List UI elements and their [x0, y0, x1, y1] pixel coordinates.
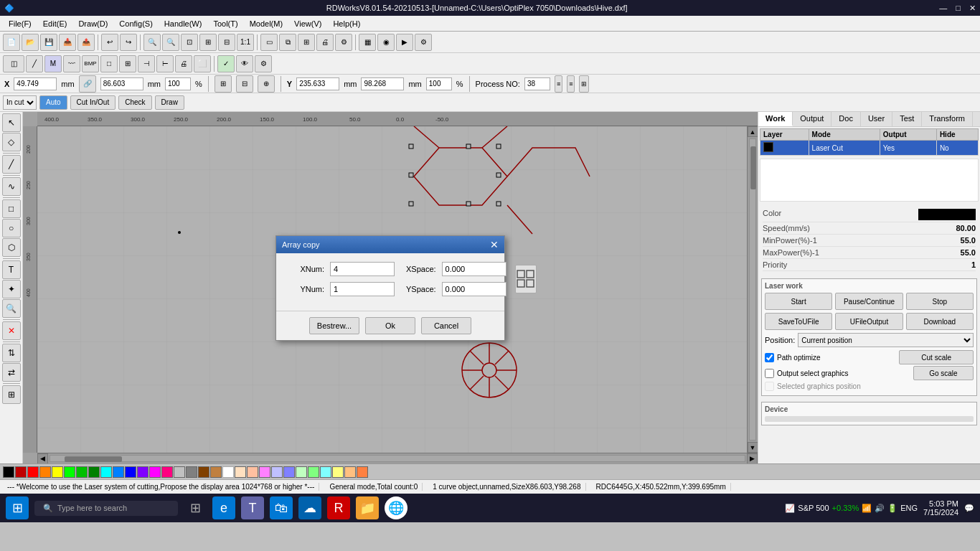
pal-gray[interactable] — [186, 466, 197, 478]
tb2-align1[interactable]: ⊣ — [138, 55, 155, 72]
pal-silver[interactable] — [174, 466, 185, 478]
xnum-input[interactable] — [330, 262, 395, 276]
pal-lime[interactable] — [64, 466, 75, 478]
width-input[interactable] — [100, 77, 143, 90]
pal-yellow[interactable] — [52, 466, 63, 478]
save-btn[interactable]: 💾 — [40, 34, 57, 51]
y-input[interactable] — [296, 77, 339, 90]
xspace-input[interactable] — [442, 262, 507, 276]
start-button[interactable]: ⊞ — [6, 496, 29, 519]
bestrew-button[interactable]: Bestrew... — [309, 317, 359, 334]
pal-coral[interactable] — [357, 466, 368, 478]
tb2-bmp[interactable]: BMP — [82, 55, 99, 72]
stop-button[interactable]: Stop — [906, 293, 974, 310]
redo-btn[interactable]: ↪ — [120, 34, 137, 51]
array-tool[interactable]: ⊞ — [2, 385, 21, 404]
pal-black[interactable] — [3, 466, 14, 478]
tb2-check[interactable]: ✓ — [217, 55, 235, 72]
layer-row-0[interactable]: Laser Cut Yes No — [760, 141, 979, 156]
selected-graphics-checkbox[interactable] — [765, 382, 774, 391]
fill-btn[interactable]: ◉ — [377, 34, 395, 51]
pal-blue[interactable] — [125, 466, 136, 478]
export-btn[interactable]: 📤 — [77, 34, 95, 51]
taskbar-onedrive-icon[interactable]: ☁ — [298, 496, 321, 519]
tab-user[interactable]: User — [861, 112, 892, 126]
taskbar-edge-icon[interactable]: e — [212, 496, 235, 519]
tb2-frame[interactable]: ⬜ — [194, 55, 211, 72]
save-to-ufile-button[interactable]: SaveToUFile — [765, 313, 832, 330]
mirror-v-tool[interactable]: ⇅ — [2, 344, 21, 362]
pal-lightpink[interactable] — [259, 466, 270, 478]
notification-btn[interactable]: 💬 — [964, 504, 974, 513]
tb2-btn1[interactable]: ◫ — [3, 55, 24, 72]
menu-view[interactable]: View(V) — [288, 18, 327, 29]
ellipse-tool[interactable]: ○ — [2, 219, 21, 237]
tb2-gear[interactable]: ⚙ — [255, 55, 272, 72]
search-bar[interactable]: 🔍 Type here to search — [34, 501, 178, 516]
print-btn[interactable]: 🖨 — [316, 34, 334, 51]
zoom-sel-btn[interactable]: ⊟ — [218, 34, 235, 51]
tb2-m[interactable]: M — [44, 55, 62, 72]
path-optimize-checkbox[interactable] — [765, 353, 774, 362]
go-scale-button[interactable]: Go scale — [913, 366, 974, 380]
tab-output[interactable]: Output — [793, 112, 831, 126]
pal-magenta[interactable] — [149, 466, 161, 478]
menu-tool[interactable]: Tool(T) — [207, 18, 243, 29]
pal-brown[interactable] — [198, 466, 209, 478]
yspace-input[interactable] — [442, 282, 507, 296]
bezier-tool[interactable]: ∿ — [2, 177, 21, 196]
pal-green2[interactable] — [76, 466, 88, 478]
pal-tan[interactable] — [210, 466, 222, 478]
copy-btn[interactable]: ⧉ — [279, 34, 296, 51]
taskbar-store-icon[interactable]: 🛍 — [270, 496, 293, 519]
pal-pink[interactable] — [161, 466, 173, 478]
check-btn[interactable]: Check — [118, 95, 151, 110]
maximize-button[interactable]: □ — [956, 4, 961, 13]
pal-red[interactable] — [27, 466, 39, 478]
pal-salmon[interactable] — [247, 466, 258, 478]
tab-test[interactable]: Test — [892, 112, 922, 126]
mode-select[interactable]: In cut — [3, 95, 37, 110]
poly-tool[interactable]: ⬡ — [2, 238, 21, 257]
taskbar-rdworks-icon[interactable]: R — [327, 496, 350, 519]
zoom-area-btn[interactable]: ⊞ — [199, 34, 217, 51]
pal-lightyellow[interactable] — [332, 466, 344, 478]
pal-periwinkle[interactable] — [283, 466, 295, 478]
array-preview-btn[interactable] — [515, 265, 537, 293]
cut-inout-btn[interactable]: Cut In/Out — [70, 95, 116, 110]
dialog-close-button[interactable]: ✕ — [490, 239, 499, 250]
pal-lightgreen[interactable] — [308, 466, 319, 478]
rect-btn[interactable]: ▭ — [260, 34, 278, 51]
zoom-tool[interactable]: 🔍 — [2, 299, 21, 318]
process-input[interactable] — [524, 77, 550, 90]
pal-cyan[interactable] — [100, 466, 112, 478]
align-btns3[interactable]: ⊞ — [579, 75, 589, 93]
pal-lavender[interactable] — [271, 466, 283, 478]
cut-scale-button[interactable]: Cut scale — [899, 350, 974, 364]
tb2-align2[interactable]: ⊢ — [156, 55, 174, 72]
ok-button[interactable]: Ok — [365, 317, 415, 334]
select-tool[interactable]: ↖ — [2, 113, 21, 132]
tb3-b1[interactable]: ⊞ — [215, 75, 232, 93]
tb2-rect[interactable]: □ — [100, 55, 118, 72]
menu-draw[interactable]: Draw(D) — [72, 18, 113, 29]
x-input[interactable] — [14, 77, 57, 90]
tb2-print2[interactable]: 🖨 — [175, 55, 192, 72]
pal-wheat[interactable] — [344, 466, 356, 478]
pal-peach[interactable] — [235, 466, 246, 478]
menu-model[interactable]: Model(M) — [244, 18, 288, 29]
device-scrollbar[interactable] — [765, 416, 974, 422]
tb3-b2[interactable]: ⊟ — [236, 75, 253, 93]
undo-btn[interactable]: ↩ — [101, 34, 118, 51]
text-tool[interactable]: T — [2, 260, 21, 279]
scale-input[interactable] — [165, 77, 191, 90]
minimize-button[interactable]: — — [939, 4, 947, 13]
scale2-input[interactable] — [426, 77, 452, 90]
download-button[interactable]: Download — [906, 313, 974, 330]
align-btns[interactable]: ≡ — [555, 75, 562, 93]
close-button[interactable]: ✕ — [969, 4, 976, 13]
edit-nodes-tool[interactable]: ✦ — [2, 280, 21, 298]
pal-darkred[interactable] — [15, 466, 27, 478]
zoom-out-btn[interactable]: 🔍 — [162, 34, 179, 51]
pal-mintgreen[interactable] — [296, 466, 307, 478]
